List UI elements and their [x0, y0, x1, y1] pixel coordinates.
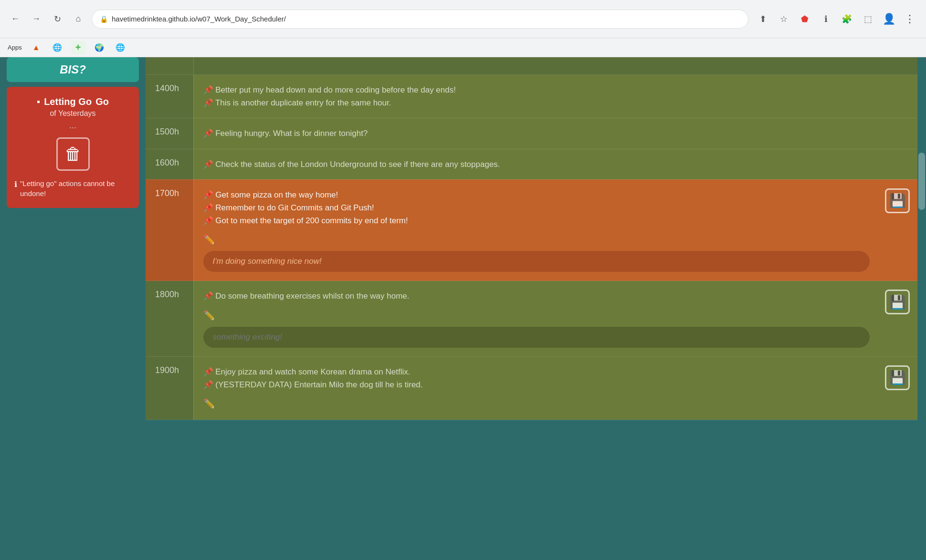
bookmark-world[interactable]: 🌍	[93, 41, 106, 54]
time-cell-1500: 1500h	[146, 118, 193, 149]
warning-icon: ℹ	[14, 179, 17, 190]
bookmark-globe[interactable]: 🌐	[51, 41, 64, 54]
save-button-1700[interactable]: 💾	[885, 188, 910, 213]
card-subtitle: of Yesterdays	[14, 109, 131, 118]
schedule-input-1800[interactable]	[203, 327, 870, 348]
pin-icon: 📌	[203, 160, 213, 169]
bookmark-plus[interactable]: +	[72, 41, 85, 54]
pencil-icon: ✏️	[203, 310, 215, 321]
schedule-table: 1400h 📌 Better put my head down and do m…	[146, 57, 917, 420]
apps-label: Apps	[8, 44, 22, 51]
entry-line: 📌 Check the status of the London Undergr…	[203, 158, 870, 171]
action-cell-1600	[879, 149, 917, 179]
time-cell-1700: 1700h	[146, 179, 193, 281]
entry-text: Check the status of the London Undergrou…	[215, 160, 500, 169]
entry-line: 📌 This is another duplicate entry for th…	[203, 96, 870, 109]
bookmarks-bar: Apps ▲ 🌐 + 🌍 🌐	[0, 38, 926, 57]
scrollbar-area[interactable]	[917, 57, 926, 560]
warning-message: "Letting go" actions cannot be undone!	[20, 178, 131, 198]
content-cell-1500[interactable]: 📌 Feeling hungry. What is for dinner ton…	[193, 118, 879, 149]
content-cell-1800[interactable]: 📌 Do some breathing exercises whilst on …	[193, 281, 879, 356]
time-label: 1700h	[155, 188, 179, 198]
trash-icon-box[interactable]: 🗑	[56, 137, 90, 171]
trash-icon: 🗑	[64, 144, 82, 164]
share-button[interactable]: ⬆	[754, 10, 771, 28]
bookmark-globe2[interactable]: 🌐	[114, 41, 127, 54]
pin-icon: 📌	[203, 85, 213, 94]
save-icon: 💾	[889, 193, 906, 208]
save-icon: 💾	[889, 294, 906, 310]
cast-button[interactable]: ⬚	[859, 10, 876, 28]
table-row: 1800h 📌 Do some breathing exercises whil…	[146, 281, 917, 356]
pin-icon: 📌	[203, 203, 213, 212]
action-cell-1800: 💾	[879, 281, 917, 356]
menu-button[interactable]: ⋮	[901, 10, 918, 28]
main-content: BIS? ▪ Letting Go Go of Yesterdays ... 🗑…	[0, 57, 926, 560]
card-title-text: Letting Go	[44, 96, 92, 107]
pin-icon: 📌	[203, 216, 213, 225]
address-bar[interactable]: 🔒 havetimedrinktea.github.io/w07_Work_Da…	[92, 10, 748, 29]
entry-line: 📌 Do some breathing exercises whilst on …	[203, 290, 870, 302]
time-cell-1800: 1800h	[146, 281, 193, 356]
time-cell-1600: 1600h	[146, 149, 193, 179]
scheduler: 1400h 📌 Better put my head down and do m…	[146, 57, 917, 560]
time-cell-1900: 1900h	[146, 356, 193, 420]
table-row: 1600h 📌 Check the status of the London U…	[146, 149, 917, 179]
entry-line: 📌 Enjoy pizza and watch some Korean dram…	[203, 365, 870, 378]
entry-text: Do some breathing exercises whilst on th…	[215, 291, 409, 301]
entry-text: Enjoy pizza and watch some Korean drama …	[215, 367, 410, 376]
letting-go-card: ▪ Letting Go Go of Yesterdays ... 🗑 ℹ "L…	[7, 87, 139, 208]
pin-icon: 📌	[203, 190, 213, 199]
pin-icon: 📌	[203, 98, 213, 107]
time-cell-1400: 1400h	[146, 75, 193, 118]
action-cell-1400	[879, 75, 917, 118]
save-icon: 💾	[889, 370, 906, 385]
card-title: ▪ Letting Go Go	[14, 96, 131, 107]
info-button[interactable]: ℹ	[817, 10, 834, 28]
content-cell-1600[interactable]: 📌 Check the status of the London Undergr…	[193, 149, 879, 179]
content-cell-1700[interactable]: 📌 Get some pizza on the way home! 📌 Reme…	[193, 179, 879, 281]
sidebar-top-card[interactable]: BIS?	[7, 57, 139, 82]
lock-icon: 🔒	[100, 15, 108, 23]
forward-button[interactable]: →	[29, 11, 44, 27]
bookmark-button[interactable]: ☆	[775, 10, 792, 28]
table-row	[146, 57, 917, 75]
avatar-button[interactable]: 👤	[880, 10, 897, 28]
table-row: 1500h 📌 Feeling hungry. What is for dinn…	[146, 118, 917, 149]
title-icon: ▪	[37, 96, 40, 107]
content-cell-1900[interactable]: 📌 Enjoy pizza and watch some Korean dram…	[193, 356, 879, 420]
card-go-text: Go	[95, 96, 109, 107]
top-card-text: BIS?	[60, 63, 86, 76]
entry-line: 📌 Get some pizza on the way home!	[203, 188, 870, 201]
reload-button[interactable]: ↻	[50, 11, 65, 27]
entry-text: (YESTERDAY DATA) Entertain Milo the dog …	[215, 380, 422, 389]
save-button-1900[interactable]: 💾	[885, 365, 910, 390]
table-row: 1700h 📌 Get some pizza on the way home! …	[146, 179, 917, 281]
entry-text: This is another duplicate entry for the …	[215, 98, 391, 107]
home-button[interactable]: ⌂	[71, 11, 86, 27]
content-cell-empty	[193, 57, 879, 75]
extension-red-button[interactable]: ⬟	[796, 10, 813, 28]
pencil-row: ✏️	[203, 396, 870, 411]
bookmark-google-drive[interactable]: ▲	[30, 41, 43, 54]
puzzle-button[interactable]: 🧩	[838, 10, 855, 28]
pin-icon: 📌	[203, 380, 213, 389]
pencil-icon: ✏️	[203, 234, 215, 245]
ellipsis-text: ...	[14, 121, 131, 131]
entry-text: Feeling hungry. What is for dinner tonig…	[215, 129, 368, 138]
schedule-input-1700[interactable]	[203, 251, 870, 272]
time-label: 1600h	[155, 158, 179, 167]
pin-icon: 📌	[203, 367, 213, 376]
time-cell-empty	[146, 57, 193, 75]
save-button-1800[interactable]: 💾	[885, 290, 910, 314]
entry-line: 📌 Remember to do Git Commits and Git Pus…	[203, 201, 870, 214]
url-text: havetimedrinktea.github.io/w07_Work_Day_…	[112, 15, 286, 23]
time-label: 1500h	[155, 127, 179, 136]
back-button[interactable]: ←	[8, 11, 23, 27]
pin-icon: 📌	[203, 129, 213, 138]
pin-icon: 📌	[203, 291, 213, 301]
content-cell-1400[interactable]: 📌 Better put my head down and do more co…	[193, 75, 879, 118]
entry-text: Remember to do Git Commits and Git Push!	[215, 203, 374, 212]
entry-text: Got to meet the target of 200 commits by…	[215, 216, 408, 225]
pencil-row: ✏️	[203, 308, 870, 323]
